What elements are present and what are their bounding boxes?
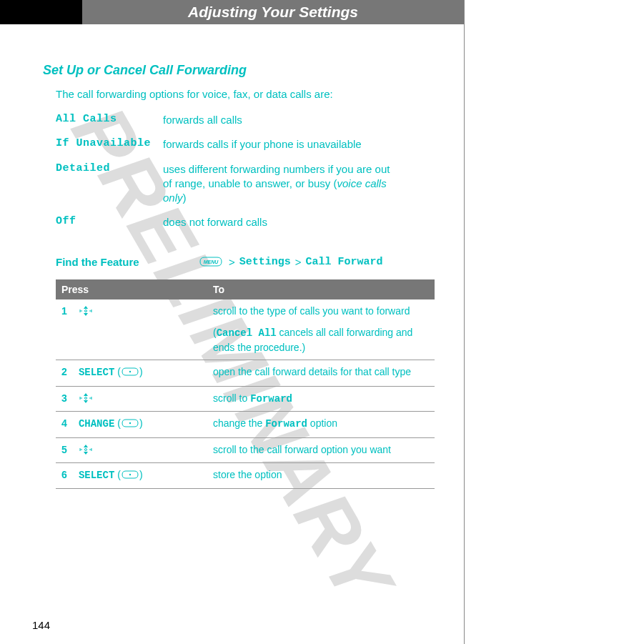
step-to: scroll to the type of calls you want to … [207,299,435,324]
svg-marker-10 [84,452,88,455]
path-call-forward: Call Forward [306,256,383,268]
find-feature-row: Find the Feature MENU > Settings > Call … [56,256,421,268]
step-to: scroll to Forward [207,386,435,412]
gt-icon: > [295,256,302,268]
step-to-extra: (Cancel All cancels all call forwarding … [207,323,435,360]
svg-point-8 [129,422,131,424]
option-desc: uses different forwarding numbers if you… [163,162,421,206]
nav-key-icon [79,305,93,317]
step-to: open the call forward details for that c… [207,360,435,387]
svg-text:MENU: MENU [204,259,219,264]
step-to: store the option [207,462,435,489]
svg-point-11 [84,449,86,451]
step-press: 3 [56,386,207,412]
option-term: If Unavailable [56,137,163,152]
svg-point-12 [129,473,131,475]
header-bar: Adjusting Your Settings [0,0,464,24]
page-number: 144 [32,619,50,631]
svg-point-4 [129,371,131,372]
svg-marker-9 [84,445,88,447]
step-press: 4 CHANGE () [56,412,207,438]
option-row: All Calls forwards all calls [56,113,421,127]
section-title: Set Up or Cancel Call Forwarding [43,63,421,78]
gt-icon: > [229,256,235,268]
softkey-icon [121,418,139,432]
softkey-icon [121,367,139,381]
svg-point-7 [84,397,86,399]
option-row: Detailed uses different forwarding numbe… [56,162,421,206]
option-desc: does not forward calls [163,215,421,229]
header-accent [0,0,82,24]
nav-key-icon [79,392,93,404]
step-press: 6 SELECT () [56,462,207,489]
softkey-icon [121,470,139,484]
option-term: All Calls [56,113,163,127]
col-to: To [207,279,435,299]
step-press: 5 [56,438,207,463]
option-desc: forwards all calls [163,113,421,127]
svg-marker-2 [84,313,88,316]
step-press: 1 [56,299,207,324]
step-press: 2 SELECT () [56,360,207,387]
menu-key-icon: MENU [199,256,224,267]
steps-table: Press To 1 scroll to the type of calls y… [56,279,435,490]
find-feature-label: Find the Feature [56,256,199,268]
svg-marker-6 [84,400,88,403]
svg-point-3 [84,309,86,312]
step-to: scroll to the call forward option you wa… [207,438,435,463]
header-title: Adjusting Your Settings [82,0,464,24]
intro-text: The call forwarding options for voice, f… [56,88,421,100]
option-term: Detailed [56,162,163,206]
option-desc: forwards calls if your phone is unavaila… [163,137,421,152]
step-to: change the Forward option [207,412,435,438]
step-press-empty [56,323,207,360]
path-settings: Settings [239,256,291,268]
option-term: Off [56,215,163,229]
option-row: If Unavailable forwards calls if your ph… [56,137,421,152]
svg-marker-1 [84,306,88,309]
option-row: Off does not forward calls [56,215,421,229]
col-press: Press [56,279,207,299]
svg-marker-5 [84,393,88,396]
nav-key-icon [79,444,93,455]
find-feature-path: MENU > Settings > Call Forward [199,256,383,268]
